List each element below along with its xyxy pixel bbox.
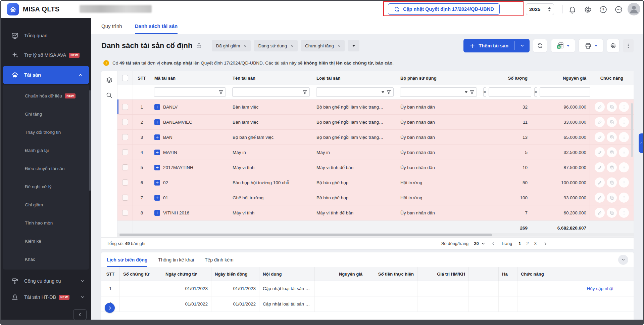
edit-button[interactable] [595,132,605,142]
filter-type-input[interactable] [318,89,380,95]
row-more-button[interactable] [619,117,629,127]
close-icon[interactable] [337,44,341,48]
filter-qty-operator[interactable]: = [483,87,486,97]
funnel-icon[interactable] [386,90,391,95]
col-code[interactable]: Mã tài sản [151,71,229,85]
help-button[interactable] [599,5,607,14]
row-checkbox[interactable] [122,195,128,201]
duplicate-button[interactable] [607,102,617,112]
row-checkbox[interactable] [122,179,128,186]
filter-chip-in-use[interactable]: Đang sử dụng [254,40,298,51]
col-type[interactable]: Loại tài sản [313,71,397,85]
row-more-button[interactable] [619,193,629,203]
sidebar-subitem-depreciation[interactable]: Tính hao mòn [3,214,89,232]
table-row[interactable]: 4 MAYIN Máy in Máy in Ủy ban nhân dân 5 … [117,145,634,160]
sidebar-scrollbar[interactable] [89,90,91,191]
table-row[interactable]: 7 01 Ghế hội trường Bộ bàn ghế họp Hội t… [117,190,634,205]
tab-asset-list[interactable]: Danh sách tài sản [135,18,178,34]
scrollbar-thumb[interactable] [119,234,492,236]
duplicate-button[interactable] [607,117,617,127]
col-stt[interactable]: STT [133,71,151,85]
print-button[interactable] [579,39,603,52]
filter-chips-dropdown[interactable] [348,40,359,51]
sidebar-item-assets[interactable]: Tài sản [3,66,89,84]
close-icon[interactable] [243,44,247,48]
sidebar-item-overview[interactable]: Tổng quan [1,27,91,44]
vertical-scrollbar[interactable] [631,103,633,157]
search-icon[interactable] [106,92,113,99]
sidebar-subitem-record-increase[interactable]: Ghi tăng [3,105,89,123]
prev-page-button[interactable] [491,241,496,246]
duplicate-button[interactable] [607,147,617,157]
col-qty[interactable]: Số lượng [480,71,531,85]
tab-movement-history[interactable]: Lịch sử biến động [107,252,147,267]
funnel-icon[interactable] [218,90,224,95]
duplicate-button[interactable] [607,208,617,218]
collapse-detail-button[interactable] [618,255,628,265]
caret-down-icon[interactable] [382,91,384,93]
duplicate-button[interactable] [607,162,617,172]
sidebar-subitem-transfer-asset[interactable]: Điều chuyển tài sản [3,159,89,177]
edit-button[interactable] [595,162,605,172]
collapsed-side-panel-tab[interactable] [639,133,643,153]
expand-plus-icon[interactable] [154,119,160,125]
export-excel-button[interactable] [551,39,575,52]
duplicate-button[interactable] [607,177,617,188]
notifications-button[interactable] [568,5,577,14]
filter-value-input[interactable] [542,89,590,95]
sidebar-subitem-record-decrease[interactable]: Ghi giảm [3,196,89,214]
sidebar-collapse-button[interactable] [73,309,87,320]
sidebar-subitem-standardize-data[interactable]: Chuẩn hóa dữ liệuNEW [3,87,89,105]
sidebar-subitem-disposal-request[interactable]: Đề nghị xử lý [3,177,89,196]
expand-plus-icon[interactable] [154,165,160,170]
table-row[interactable]: 1 BANLV Bàn làm việc Bộ bàn ghế ngồi làm… [117,99,634,115]
row-checkbox[interactable] [122,149,128,155]
page-number[interactable]: 3 [533,241,538,246]
expand-plus-icon[interactable] [154,150,160,155]
row-checkbox[interactable] [122,104,128,110]
expand-plus-icon[interactable] [154,180,160,186]
expand-plus-icon[interactable] [154,195,160,201]
row-checkbox[interactable] [122,134,128,140]
row-more-button[interactable] [619,102,629,112]
select-all-checkbox[interactable] [122,75,128,81]
sidebar-item-tools[interactable]: Công cụ dụng cụ [1,272,91,290]
edit-button[interactable] [595,117,605,127]
expand-plus-icon[interactable] [154,104,160,110]
layers-icon[interactable] [106,77,113,84]
row-more-button[interactable] [619,132,629,142]
caret-down-icon[interactable] [465,91,467,93]
col-name[interactable]: Tên tài sản [229,71,313,85]
row-checkbox[interactable] [122,164,128,170]
edit-button[interactable] [595,147,605,157]
filter-code-input[interactable] [156,89,216,95]
close-icon[interactable] [290,44,294,48]
filter-chip-recorded-decrease[interactable]: Đã ghi giảm [212,40,251,51]
settings-button[interactable] [583,5,592,14]
more-button[interactable] [614,5,623,14]
table-row[interactable]: 6 02 Bàn họp hội trường 100 chỗ Bộ bàn g… [117,175,634,190]
sidebar-item-infrastructure-assets[interactable]: Tài sản HT-ĐB NEW [1,288,91,306]
year-selector[interactable]: 2025 [526,3,554,15]
sidebar-subitem-change-info[interactable]: Thay đổi thông tin [3,123,89,141]
detail-row[interactable]: 1 01/01/2023 01/01/2023 Cập nhật loại tà… [101,281,634,296]
funnel-icon[interactable] [302,90,307,95]
user-avatar[interactable] [628,3,640,15]
refresh-table-button[interactable] [533,39,547,52]
add-asset-dropdown[interactable] [515,39,530,52]
duplicate-button[interactable] [607,132,617,142]
year-stepper-icon[interactable] [548,7,551,11]
edit-button[interactable] [595,193,605,203]
sidebar-subitem-inventory[interactable]: Kiểm kê [3,232,89,250]
filter-dept-input[interactable] [402,89,463,95]
next-page-button[interactable] [543,241,548,246]
page-number[interactable]: 2 [526,241,530,246]
edit-button[interactable] [595,208,605,218]
col-value[interactable]: Nguyên giá [531,71,590,85]
row-more-button[interactable] [619,147,629,157]
row-more-button[interactable] [619,162,629,172]
sidebar-subitem-revaluate[interactable]: Đánh giá lại [3,141,89,159]
filter-name-input[interactable] [235,89,300,95]
detail-row[interactable]: 2 01/01/2022 01/01/2022 Cập nhật loại tà… [101,296,634,312]
tab-declaration-info[interactable]: Thông tin kê khai [158,252,194,267]
